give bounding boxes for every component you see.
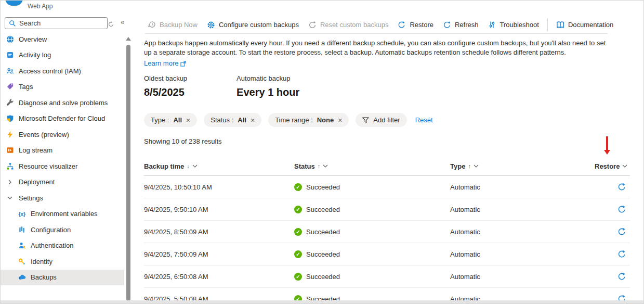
sidebar-item-label: Events (preview) <box>19 131 69 138</box>
column-header-type[interactable]: Type ↑ <box>450 162 590 170</box>
table-header-row: Backup time ↓ Status ↑ Type ↑ Restore <box>144 157 630 176</box>
column-label: Status <box>294 162 315 170</box>
sidebar-menu: Overview Activity log Access control (IA… <box>1 31 124 285</box>
oldest-backup-value: 8/5/2025 <box>144 86 187 98</box>
sidebar-item-configuration[interactable]: Configuration <box>1 222 124 238</box>
table-row[interactable]: 9/4/2025, 8:50:09 AM ✓ Succeeded Automat… <box>144 221 630 243</box>
chevron-down-icon <box>192 164 198 168</box>
restore-backup-button[interactable] <box>617 205 626 214</box>
access-control-icon <box>6 67 14 75</box>
backups-table: Backup time ↓ Status ↑ Type ↑ Restore <box>144 157 630 304</box>
table-row[interactable]: 9/4/2025, 7:50:09 AM ✓ Succeeded Automat… <box>144 243 630 265</box>
documentation-button[interactable]: Documentation <box>551 21 618 29</box>
collapse-sidebar-button[interactable]: « <box>121 18 125 26</box>
column-header-restore[interactable]: Restore <box>590 162 630 170</box>
restore-backup-button[interactable] <box>617 250 626 259</box>
troubleshoot-button[interactable]: Troubleshoot <box>483 21 543 29</box>
status-cell: ✓ Succeeded <box>294 273 450 281</box>
table-row[interactable]: 9/4/2025, 9:50:10 AM ✓ Succeeded Automat… <box>144 198 630 221</box>
command-bar: Backup Now Configure custom backups Rese… <box>143 17 618 33</box>
remove-filter-icon[interactable]: × <box>251 117 255 124</box>
activity-log-icon <box>6 51 14 59</box>
sidebar-item-access-control[interactable]: Access control (IAM) <box>1 63 124 79</box>
automatic-backup-value: Every 1 hour <box>236 86 299 98</box>
sidebar-item-tags[interactable]: Tags <box>1 79 124 95</box>
scrollbar-up-arrow-icon[interactable] <box>126 37 131 41</box>
results-summary: Showing 10 of 238 results <box>144 137 222 145</box>
sidebar-item-backups[interactable]: Backups <box>1 270 124 286</box>
sidebar-item-label: Backups <box>31 273 57 281</box>
reset-custom-backups-label: Reset custom backups <box>320 21 389 29</box>
filter-pill-type[interactable]: Type : All × <box>144 113 197 127</box>
env-vars-icon: {x} <box>18 210 26 218</box>
sidebar-item-activity-log[interactable]: Activity log <box>1 47 124 64</box>
restore-icon <box>398 21 406 29</box>
sidebar-item-deployment[interactable]: Deployment <box>1 174 124 191</box>
add-filter-label: Add filter <box>373 116 400 124</box>
log-stream-icon <box>6 146 14 155</box>
sidebar-item-label: Identity <box>31 258 52 265</box>
reset-custom-backups-button[interactable]: Reset custom backups <box>304 21 393 29</box>
status-label: Succeeded <box>306 183 340 191</box>
restore-backup-button[interactable] <box>617 272 626 281</box>
reset-filters-link[interactable]: Reset <box>415 116 433 124</box>
sidebar-item-label: Log stream <box>19 146 52 154</box>
configure-custom-backups-button[interactable]: Configure custom backups <box>202 21 304 29</box>
add-filter-button[interactable]: Add filter <box>356 113 406 127</box>
sidebar: Web App « Overview Activity log Access c… <box>1 1 133 303</box>
description-text: App backups happen automatically every h… <box>144 39 606 56</box>
search-input[interactable] <box>19 19 92 27</box>
learn-more-label: Learn more <box>144 59 178 68</box>
refresh-icon <box>443 21 451 29</box>
wrench-icon <box>6 98 14 107</box>
automatic-backup-stat: Automatic backup Every 1 hour <box>236 74 299 98</box>
sidebar-item-authentication[interactable]: Authentication <box>1 238 124 254</box>
restore-backup-button[interactable] <box>617 183 626 192</box>
column-header-status[interactable]: Status ↑ <box>294 162 450 170</box>
sidebar-item-diagnose[interactable]: Diagnose and solve problems <box>1 95 124 111</box>
sidebar-item-settings[interactable]: Settings <box>1 190 124 206</box>
type-cell: Automatic <box>450 250 590 258</box>
chevron-right-icon <box>6 178 14 186</box>
learn-more-link[interactable]: Learn more <box>144 59 186 68</box>
book-icon <box>556 21 564 29</box>
sidebar-item-label: Deployment <box>19 178 55 186</box>
refresh-button[interactable]: Refresh <box>438 21 483 29</box>
filter-pill-time-range[interactable]: Time range : None × <box>268 113 349 127</box>
annotation-arrow-stem <box>606 136 608 150</box>
restore-backup-button[interactable] <box>617 227 626 236</box>
scrollbar-thumb[interactable] <box>126 45 130 301</box>
sidebar-item-log-stream[interactable]: Log stream <box>1 143 124 159</box>
table-row[interactable]: 9/4/2025, 10:50:10 AM ✓ Succeeded Automa… <box>144 176 630 198</box>
automatic-backup-label: Automatic backup <box>236 74 299 82</box>
remove-filter-icon[interactable]: × <box>338 117 342 124</box>
type-cell: Automatic <box>450 273 590 281</box>
sidebar-item-environment-variables[interactable]: {x} Environment variables <box>1 206 124 222</box>
table-row[interactable]: 9/4/2025, 6:50:08 AM ✓ Succeeded Automat… <box>144 265 630 288</box>
sidebar-scrollbar[interactable] <box>125 32 132 303</box>
restore-button[interactable]: Restore <box>393 21 438 29</box>
backup-now-button[interactable]: Backup Now <box>143 21 202 29</box>
sidebar-item-label: Resource visualizer <box>19 162 77 170</box>
filter-name: Type : <box>151 116 169 124</box>
chevron-down-icon <box>323 164 328 168</box>
sidebar-item-identity[interactable]: Identity <box>1 254 124 270</box>
remove-filter-icon[interactable]: × <box>186 117 190 124</box>
restore-icon <box>617 227 626 236</box>
sidebar-item-resource-visualizer[interactable]: Resource visualizer <box>1 158 124 174</box>
menu-refresh-icon[interactable] <box>108 20 114 29</box>
filter-pill-status[interactable]: Status : All × <box>204 113 261 127</box>
troubleshoot-icon <box>488 21 496 29</box>
window-bottom-edge <box>1 300 643 303</box>
status-cell: ✓ Succeeded <box>294 250 450 258</box>
sidebar-item-defender[interactable]: Microsoft Defender for Cloud <box>1 111 124 127</box>
sidebar-item-overview[interactable]: Overview <box>1 31 124 47</box>
toolbar-separator <box>547 18 548 31</box>
backup-time-cell: 9/4/2025, 8:50:09 AM <box>144 228 294 236</box>
chevron-down-icon <box>622 164 627 168</box>
sidebar-item-label: Tags <box>19 83 33 91</box>
sidebar-item-events[interactable]: Events (preview) <box>1 126 124 143</box>
sidebar-search[interactable] <box>5 17 108 29</box>
status-cell: ✓ Succeeded <box>294 183 450 191</box>
column-header-backup-time[interactable]: Backup time ↓ <box>144 162 294 170</box>
